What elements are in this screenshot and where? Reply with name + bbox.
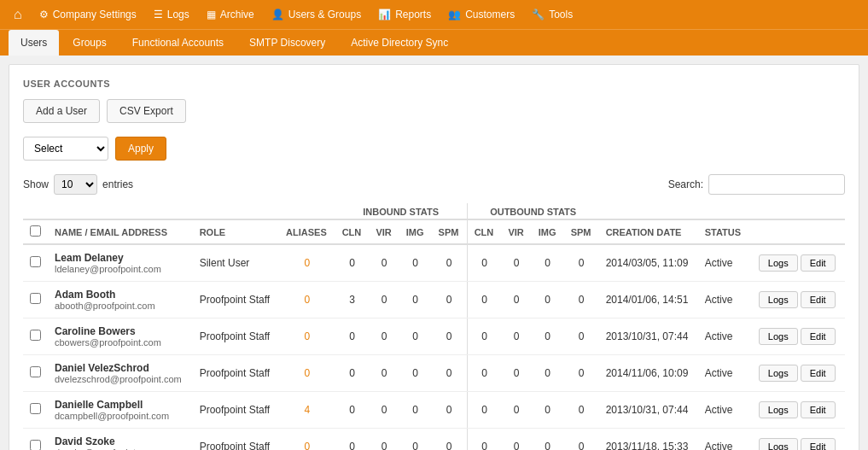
outbound-out_vir: 0: [501, 282, 531, 319]
row-checkbox-4[interactable]: [30, 403, 41, 414]
user-role: Silent User: [193, 244, 279, 282]
user-display-name: Caroline Bowers: [55, 325, 186, 337]
aliases-value: 0: [305, 441, 311, 450]
tab-smtp-discovery[interactable]: SMTP Discovery: [237, 30, 337, 56]
nav-reports[interactable]: 📊 Reports: [370, 0, 440, 29]
outbound-out_vir: 0: [501, 355, 531, 392]
creation-date: 2013/10/31, 07:44: [599, 319, 698, 355]
row-checkbox-2[interactable]: [30, 330, 41, 341]
user-email: ldelaney@proofpoint.com: [55, 264, 186, 274]
outbound-out_spm: 0: [564, 319, 599, 355]
edit-button[interactable]: Edit: [801, 254, 836, 272]
inbound-in_img: 0: [399, 282, 432, 319]
logs-button[interactable]: Logs: [759, 438, 798, 450]
inbound-in_vir: 0: [369, 282, 399, 319]
inbound-in_spm: 0: [432, 355, 468, 392]
edit-button[interactable]: Edit: [801, 438, 836, 450]
entries-select[interactable]: 10 25 50 100: [54, 174, 97, 195]
inbound-in_vir: 0: [369, 319, 399, 355]
outbound-out_img: 0: [532, 319, 564, 355]
table-row: Adam Boothabooth@proofpoint.comProofpoin…: [23, 282, 845, 319]
archive-icon: ▦: [207, 9, 216, 20]
tab-groups[interactable]: Groups: [61, 30, 118, 56]
tab-functional-accounts[interactable]: Functional Accounts: [120, 30, 236, 56]
inbound-in_vir: 0: [369, 244, 399, 282]
nav-tools[interactable]: 🔧 Tools: [523, 0, 581, 29]
outbound-out_img: 0: [532, 355, 564, 392]
outbound-out_cln: 0: [467, 392, 501, 429]
user-display-name: Leam Delaney: [55, 252, 186, 264]
user-email: cbowers@proofpoint.com: [55, 337, 186, 348]
outbound-out_spm: 0: [564, 392, 599, 429]
outbound-out_img: 0: [532, 282, 564, 319]
logs-button[interactable]: Logs: [759, 401, 798, 418]
inbound-in_vir: 0: [369, 355, 399, 392]
edit-button[interactable]: Edit: [801, 291, 836, 308]
inbound-in_cln: 0: [335, 429, 370, 451]
users-table: INBOUND STATS OUTBOUND STATS NAME / EMAI…: [23, 203, 845, 450]
outbound-out_cln: 0: [467, 282, 501, 319]
outbound-out_vir: 0: [501, 244, 531, 282]
inbound-in_cln: 3: [335, 282, 370, 319]
row-actions: LogsEdit: [749, 244, 845, 282]
inbound-in_img: 0: [399, 355, 432, 392]
creation-date: 2014/01/06, 14:51: [599, 282, 698, 319]
user-display-name: Daniel VelezSchrod: [55, 362, 186, 374]
toolbar: Add a User CSV Export: [23, 99, 845, 123]
tab-users[interactable]: Users: [9, 30, 59, 56]
logs-button[interactable]: Logs: [759, 254, 798, 272]
home-icon[interactable]: ⌂: [5, 7, 31, 22]
row-checkbox-5[interactable]: [30, 440, 41, 450]
user-name-cell: Daniel VelezSchroddvelezschrod@proofpoin…: [48, 355, 193, 392]
creation-date: 2014/11/06, 10:09: [599, 355, 698, 392]
search-label: Search:: [668, 178, 703, 190]
tab-active-directory-sync[interactable]: Active Directory Sync: [339, 30, 460, 56]
inbound-in_spm: 0: [432, 392, 468, 429]
table-row: Danielle Campbelldcampbell@proofpoint.co…: [23, 392, 845, 429]
table-row: Daniel VelezSchroddvelezschrod@proofpoin…: [23, 355, 845, 392]
outbound-out_cln: 0: [467, 319, 501, 355]
apply-button[interactable]: Apply: [115, 137, 166, 161]
inbound-in_spm: 0: [432, 282, 468, 319]
logs-button[interactable]: Logs: [759, 291, 798, 308]
add-user-button[interactable]: Add a User: [23, 99, 100, 123]
row-actions: LogsEdit: [749, 319, 845, 355]
search-input[interactable]: [708, 174, 845, 195]
nav-logs[interactable]: ☰ Logs: [145, 0, 198, 29]
row-checkbox-3[interactable]: [30, 366, 41, 377]
user-name-cell: David Szokedszoke@proofpoint.com: [48, 429, 193, 451]
csv-export-button[interactable]: CSV Export: [107, 99, 186, 123]
row-checkbox-1[interactable]: [30, 293, 41, 304]
select-all-checkbox[interactable]: [30, 225, 41, 237]
in-img-col-label: IMG: [399, 219, 432, 244]
inbound-in_cln: 0: [335, 319, 370, 355]
filter-row: Select Apply: [23, 137, 845, 161]
user-name-cell: Caroline Bowerscbowers@proofpoint.com: [48, 319, 193, 355]
nav-company-settings[interactable]: ⚙ Company Settings: [31, 0, 145, 29]
filter-select[interactable]: Select: [23, 137, 108, 161]
status-col-label: STATUS: [698, 219, 749, 244]
logs-button[interactable]: Logs: [759, 365, 798, 382]
nav-customers[interactable]: 👥 Customers: [440, 0, 523, 29]
user-role: Proofpoint Staff: [193, 355, 279, 392]
row-checkbox-0[interactable]: [30, 256, 41, 267]
outbound-out_img: 0: [532, 392, 564, 429]
outbound-out_cln: 0: [467, 244, 501, 282]
nav-archive[interactable]: ▦ Archive: [198, 0, 263, 29]
aliases-col-label: ALIASES: [279, 219, 335, 244]
edit-button[interactable]: Edit: [801, 365, 836, 382]
creation-date: 2013/10/31, 07:44: [599, 392, 698, 429]
nav-users-groups[interactable]: 👤 Users & Groups: [263, 0, 370, 29]
role-col-header: [193, 203, 279, 219]
logs-button[interactable]: Logs: [759, 328, 798, 345]
out-cln-col-label: CLN: [467, 219, 501, 244]
outbound-out_vir: 0: [501, 429, 531, 451]
edit-button[interactable]: Edit: [801, 401, 836, 418]
edit-button[interactable]: Edit: [801, 328, 836, 345]
name-col-label: NAME / EMAIL ADDRESS: [48, 219, 193, 244]
user-display-name: Adam Booth: [55, 289, 186, 301]
user-aliases: 0: [279, 319, 335, 355]
sub-navigation: Users Groups Functional Accounts SMTP Di…: [0, 29, 868, 56]
status-badge: Active: [698, 429, 749, 451]
reports-icon: 📊: [378, 9, 391, 20]
